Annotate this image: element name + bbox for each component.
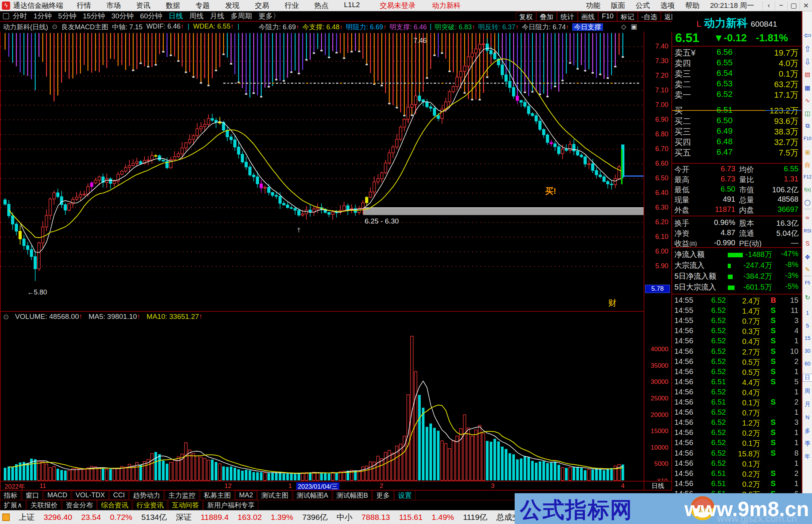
collapse-icon[interactable]: ⊙ bbox=[3, 313, 9, 321]
stock-header[interactable]: L 动力新科 600841 bbox=[672, 16, 801, 31]
menu-item[interactable]: 市场 bbox=[106, 1, 121, 11]
price-axis[interactable]: 7.407.307.207.107.006.906.806.706.606.50… bbox=[644, 32, 672, 490]
order-book-row[interactable]: 买二6.5093.6万 bbox=[672, 116, 801, 126]
menu-item[interactable]: 交易 bbox=[255, 1, 269, 11]
date-tick[interactable]: 3 bbox=[491, 482, 494, 490]
timeframe-tab[interactable]: 月线 bbox=[210, 11, 224, 21]
down-icon[interactable]: ⇩ bbox=[803, 57, 812, 67]
timeframe-tab[interactable]: 15分钟 bbox=[83, 11, 105, 21]
period-15[interactable]: 15 bbox=[803, 335, 812, 341]
toolbar-button[interactable]: 复权 bbox=[516, 12, 536, 21]
timeframe-tab[interactable]: 30分钟 bbox=[111, 11, 133, 21]
order-book-row[interactable]: 买四6.4832.7万 bbox=[672, 137, 801, 147]
menu-item[interactable]: 专题 bbox=[195, 1, 210, 11]
up-icon[interactable]: ⇧ bbox=[803, 44, 812, 54]
menu-item[interactable]: 数据 bbox=[166, 1, 180, 11]
order-book-row[interactable]: 买三6.4938.3万 bbox=[672, 126, 801, 137]
indicator-tab[interactable]: MACD bbox=[44, 491, 71, 500]
period-30[interactable]: 30 bbox=[803, 348, 812, 354]
f5-icon[interactable]: F5 bbox=[803, 280, 812, 285]
formula-icon[interactable]: f(x) bbox=[803, 187, 812, 192]
toolbar-button[interactable]: -自选 bbox=[638, 12, 661, 21]
indicator-corner-icons[interactable]: ◇▣ bbox=[621, 23, 642, 31]
indicator-tab[interactable]: 趋势动力 bbox=[129, 490, 164, 501]
indicator-tab[interactable]: 指标 bbox=[0, 490, 21, 501]
indicator-tab[interactable]: 主力监控 bbox=[165, 490, 199, 501]
indicator-tab[interactable]: 测试主图 bbox=[258, 490, 292, 501]
date-tick[interactable]: 1 bbox=[288, 482, 292, 490]
table-icon[interactable]: ▦ bbox=[803, 84, 812, 91]
draw-icon[interactable]: ✎ bbox=[803, 266, 812, 273]
refresh-icon[interactable]: ↻ bbox=[803, 294, 812, 302]
menu-item[interactable]: 发现 bbox=[225, 1, 239, 11]
menu-item[interactable]: 选项 bbox=[661, 1, 675, 11]
indicator-tab[interactable]: VOL-TDX bbox=[72, 491, 109, 500]
timeframe-tab[interactable]: 多周期 bbox=[231, 11, 252, 21]
back-button[interactable]: ‹ bbox=[762, 2, 775, 10]
indicator-tab[interactable]: 设置 bbox=[394, 490, 415, 501]
date-tick[interactable]: 12 bbox=[224, 482, 232, 490]
zixuan-icon[interactable]: 自 bbox=[803, 162, 812, 169]
f12-icon[interactable]: F12 bbox=[803, 174, 812, 180]
order-book-row[interactable]: 卖一6.5217.1万 bbox=[672, 89, 801, 100]
period-n[interactable]: N bbox=[803, 414, 812, 420]
menu-item[interactable]: 资讯 bbox=[136, 1, 150, 11]
timeframe-tab[interactable]: 周线 bbox=[189, 11, 204, 21]
period-day[interactable]: 日 bbox=[803, 374, 812, 382]
sort-icon[interactable]: S bbox=[803, 240, 812, 247]
menu-item[interactable]: 行业 bbox=[285, 1, 299, 11]
info-tab[interactable]: 关联报价 bbox=[27, 500, 61, 510]
order-book-row[interactable]: 卖二6.5363.2万 bbox=[672, 79, 801, 89]
menu-item[interactable]: 行情 bbox=[77, 1, 91, 11]
timeframe-tab[interactable]: 5分钟 bbox=[58, 11, 77, 21]
menu-item[interactable]: 版面 bbox=[611, 1, 625, 11]
login-status[interactable]: 交易未登录 bbox=[380, 1, 415, 11]
report-icon[interactable]: ▤ bbox=[803, 71, 812, 78]
f10-icon[interactable]: F10 bbox=[803, 136, 812, 141]
toolbar-button[interactable]: 标记 bbox=[617, 12, 638, 21]
indicator-tab[interactable]: CCI bbox=[109, 491, 129, 500]
indicator-tab[interactable]: 私募主图 bbox=[200, 490, 235, 501]
date-axis[interactable]: 2022年111212023/01/04/三234 bbox=[0, 481, 644, 490]
indicator-tab[interactable]: 测试幅图A bbox=[293, 490, 332, 501]
period-year[interactable]: 年 bbox=[803, 453, 812, 460]
tree-icon[interactable]: ⊞ bbox=[803, 149, 812, 156]
layout-icon[interactable] bbox=[3, 13, 9, 19]
wave-icon[interactable]: ≈ bbox=[803, 214, 812, 222]
timeframe-tab[interactable]: 分时 bbox=[13, 11, 27, 21]
period-quarter[interactable]: 季 bbox=[803, 440, 812, 447]
indicator-tab[interactable]: 窗口 bbox=[22, 490, 43, 501]
info-tab[interactable]: 行业资讯 bbox=[133, 500, 167, 510]
rsi-icon[interactable]: RSI bbox=[803, 228, 812, 234]
period-1[interactable]: 1 bbox=[803, 310, 812, 316]
timeframe-tab[interactable]: 更多〉 bbox=[259, 11, 280, 21]
toolbar-button[interactable]: 画线 bbox=[578, 12, 598, 21]
date-tick[interactable]: 4 bbox=[621, 482, 624, 490]
period-5[interactable]: 5 bbox=[803, 322, 812, 329]
period-60[interactable]: 60 bbox=[803, 361, 812, 367]
move-icon[interactable]: ✥ bbox=[803, 254, 812, 261]
restore-button[interactable]: ▢ bbox=[787, 2, 800, 10]
menu-item[interactable]: 帮助 bbox=[685, 1, 700, 11]
order-book-row[interactable]: 卖五¥6.5619.7万 bbox=[672, 47, 801, 58]
info-tab[interactable]: 资金分布 bbox=[62, 500, 97, 510]
indicator-tab[interactable]: 测试幅图B bbox=[333, 490, 372, 501]
volume-chart[interactable] bbox=[0, 322, 644, 481]
menu-item[interactable]: 功能 bbox=[586, 1, 600, 11]
back-icon[interactable]: ⇦ bbox=[803, 30, 812, 41]
date-tick[interactable]: 2 bbox=[380, 482, 383, 490]
date-tick[interactable]: 11 bbox=[39, 482, 46, 490]
period-multi[interactable]: 多 bbox=[803, 427, 812, 435]
pages-icon[interactable]: ⧉ bbox=[803, 122, 812, 129]
timeframe-tab[interactable]: 日线 bbox=[169, 11, 183, 21]
menu-item[interactable]: 热点 bbox=[314, 1, 329, 11]
order-book-row[interactable]: 卖四6.554.0万 bbox=[672, 58, 801, 68]
timeframe-tab[interactable]: 60分钟 bbox=[140, 11, 162, 21]
toolbar-button[interactable]: 统计 bbox=[557, 12, 577, 21]
period-month[interactable]: 月 bbox=[803, 401, 812, 408]
indicator-tab[interactable]: 更多 bbox=[373, 490, 394, 501]
period-week[interactable]: 周 bbox=[803, 388, 812, 395]
minimize-button[interactable]: − bbox=[775, 2, 787, 10]
info-tab[interactable]: 新用户福利专享 bbox=[203, 500, 258, 510]
indicator-tab[interactable]: MA2 bbox=[235, 491, 257, 500]
